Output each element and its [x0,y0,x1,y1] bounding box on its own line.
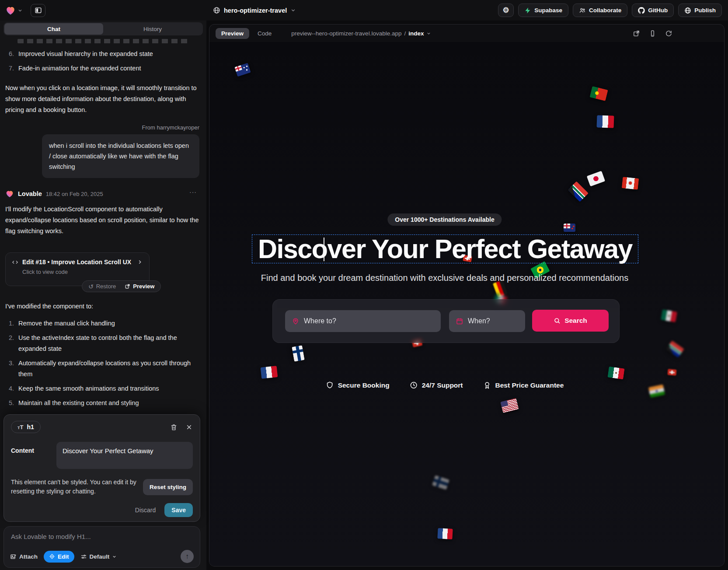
assistant-name: Lovable [18,190,42,197]
lovable-logo-menu[interactable] [5,5,23,16]
search-button[interactable]: Search [532,310,609,332]
edit-mode-button[interactable]: Edit [44,551,74,563]
feature-support: 24/7 Support [410,381,463,389]
editor-panel-actions: Discard Save [11,503,193,517]
topbar-actions: ⚙ Supabase Collaborate GitHub Publish [498,3,722,17]
chevron-down-icon [112,554,117,559]
headline-selection-box[interactable]: Discover Your Perfect Getaway [252,234,638,263]
collaborate-button[interactable]: Collaborate [573,3,627,17]
sliders-icon [80,553,87,560]
hero-subtitle: Find and book your dream destination wit… [261,273,628,283]
github-button[interactable]: GitHub [632,3,674,17]
publish-button[interactable]: Publish [678,3,722,17]
preview-panel: Preview Code preview--hero-optimizer-tra… [209,24,725,567]
assistant-paragraph: Now when you click on a location image, … [5,83,199,115]
tab-history[interactable]: History [103,23,202,35]
za-flag-icon [568,181,589,202]
code-icon [12,259,18,266]
preview-version-button[interactable]: Preview [121,283,158,290]
element-tag-pill[interactable]: TT h1 [11,421,41,433]
list-item: 3.Automatically expand/collapse location… [5,358,199,380]
text-size-icon: TT [17,424,23,430]
where-placeholder: Where to? [304,317,336,325]
when-input[interactable]: When? [449,310,525,332]
chevron-down-icon [17,8,23,13]
ch-flag-icon [667,369,677,376]
editor-panel-header: TT h1 [11,421,193,433]
text-caret [324,238,324,261]
tab-chat[interactable]: Chat [4,23,103,35]
project-switcher[interactable]: hero-optimizer-travel [213,0,296,21]
github-icon [638,7,645,14]
us-flag-icon [500,398,519,413]
image-attach-icon [10,553,17,560]
destinations-badge: Over 1000+ Destinations Available [387,213,502,226]
clipped-message-row [17,39,191,43]
list-item: 6. Improved visual hierarchy in the expa… [5,49,199,59]
list-item: 5.Maintain all the existing content and … [5,398,199,409]
tab-code[interactable]: Code [252,28,277,39]
globe-icon [213,7,220,14]
refresh-icon[interactable] [665,30,672,37]
attach-button[interactable]: Attach [10,553,38,560]
list-item: 7. Fade-in animation for the expanded co… [5,63,199,74]
pt-flag-icon [589,86,608,101]
feature-best-price: Best Price Guarantee [483,381,564,389]
crosshair-icon [49,553,55,560]
message-more-menu[interactable]: ··· [189,189,197,196]
trash-icon[interactable] [170,423,178,431]
supabase-button[interactable]: Supabase [518,3,568,17]
restore-button[interactable]: ↺ Restore [85,283,119,290]
preview-toolbar-icons [633,24,672,42]
lovable-heart-icon [5,5,16,16]
list-item: 2.Use the activeIndex state to control b… [5,332,199,354]
chevron-down-icon [426,31,431,36]
mx-flag-icon [661,309,677,322]
award-icon [483,381,491,389]
list-item: 1.Remove the manual click handling [5,318,199,329]
panel-left-icon [35,7,42,14]
preview-toolbar: Preview Code preview--hero-optimizer-tra… [209,24,724,42]
styling-note: This element can't be styled. You can ed… [11,478,138,496]
element-editor-panel: TT h1 Content Discover Your Perfect Geta… [3,414,200,522]
people-icon [579,7,586,14]
save-button[interactable]: Save [164,503,193,517]
au-flag-icon [234,63,251,77]
clock-icon [410,381,418,389]
open-external-icon[interactable] [633,30,640,37]
tab-preview[interactable]: Preview [216,28,249,39]
edit-card-header: Edit #18 • Improve Location Scroll UX [12,259,143,266]
content-field-row: Content Discover Your Perfect Getaway [11,442,193,469]
model-mode-selector[interactable]: Default [80,553,117,560]
discard-button[interactable]: Discard [135,507,156,514]
assistant-paragraph: I've modified the component to: [5,301,199,312]
preview-viewport[interactable]: Over 1000+ Destinations Available Discov… [209,42,724,566]
element-tag-label: h1 [27,423,34,430]
user-message-author: From harrymckayroper [5,124,199,131]
send-button[interactable]: ↑ [181,550,194,563]
sidebar-toggle-button[interactable] [31,4,45,17]
chat-composer: Attach Edit Default ↑ [3,526,200,568]
shield-icon [326,381,334,389]
close-icon[interactable] [185,423,193,431]
sidebar-tabs: Chat History [3,22,203,35]
message-timestamp: 18:42 on Feb 20, 2025 [46,191,103,197]
assistant-message-header: Lovable 18:42 on Feb 20, 2025 ··· [5,189,199,198]
mobile-view-icon[interactable] [649,30,656,37]
settings-button[interactable]: ⚙ [498,3,514,17]
version-actions-pill: ↺ Restore Preview [82,280,161,292]
composer-input[interactable] [11,533,194,540]
chat-sidebar: Chat History 6. Improved visual hierarch… [0,21,206,570]
content-input[interactable]: Discover Your Perfect Getaway [56,442,193,469]
reset-styling-button[interactable]: Reset styling [143,479,193,495]
fi-flag-icon [292,345,305,362]
lovable-app-window: hero-optimizer-travel ⚙ Supabase Collabo… [0,0,728,570]
preview-page: index [408,30,424,37]
project-name: hero-optimizer-travel [224,7,287,14]
where-input[interactable]: Where to? [285,310,441,332]
preview-url[interactable]: preview--hero-optimizer-travel.lovable.a… [291,30,431,37]
fr-flag-icon [261,366,278,379]
feature-secure-booking: Secure Booking [326,381,390,389]
calendar-icon [456,317,463,325]
list-item: 4.Keep the same smooth animations and tr… [5,383,199,394]
